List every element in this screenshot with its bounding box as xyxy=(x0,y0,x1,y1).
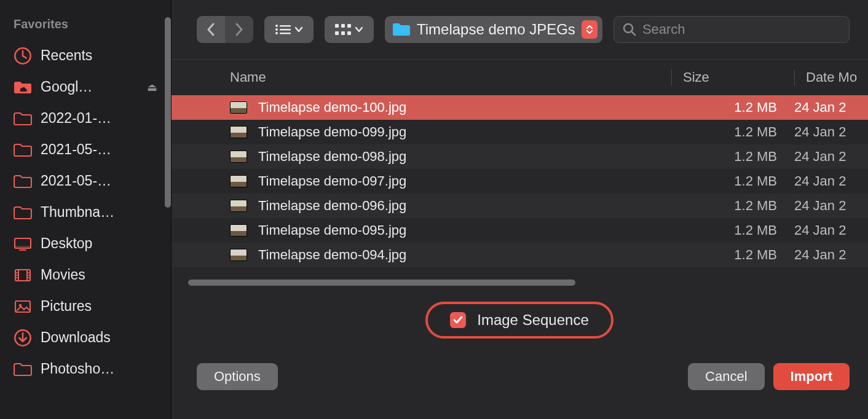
sidebar-item[interactable]: Movies xyxy=(0,259,171,291)
check-icon xyxy=(453,316,463,324)
view-mode-button[interactable] xyxy=(264,16,314,43)
sidebar-item[interactable]: Desktop xyxy=(0,228,171,259)
file-list: Timelapse demo-100.jpg1.2 MB24 Jan 2Time… xyxy=(171,95,868,267)
column-header-size[interactable]: Size xyxy=(671,69,794,85)
file-name: Timelapse demo-100.jpg xyxy=(252,100,671,116)
image-sequence-highlight: Image Sequence xyxy=(425,302,613,339)
file-date: 24 Jan 2 xyxy=(794,173,868,189)
svg-rect-19 xyxy=(280,29,291,30)
file-size: 1.2 MB xyxy=(671,149,794,165)
file-row[interactable]: Timelapse demo-099.jpg1.2 MB24 Jan 2 xyxy=(171,120,868,144)
forward-button[interactable] xyxy=(225,16,253,43)
eject-icon[interactable]: ⏏ xyxy=(147,80,157,94)
import-button[interactable]: Import xyxy=(773,363,850,390)
file-name: Timelapse demo-097.jpg xyxy=(252,173,671,189)
film-icon xyxy=(14,267,32,283)
svg-rect-21 xyxy=(280,33,291,34)
file-row[interactable]: Timelapse demo-100.jpg1.2 MB24 Jan 2 xyxy=(171,95,868,120)
sidebar-item-label: Pictures xyxy=(41,298,157,315)
sidebar-item-label: Googl… xyxy=(41,79,138,95)
sidebar-item[interactable]: 2022-01-… xyxy=(0,103,171,134)
file-date: 24 Jan 2 xyxy=(794,124,868,140)
desktop-icon xyxy=(14,236,32,252)
vertical-divider xyxy=(171,0,172,419)
sidebar-item-label: 2022-01-… xyxy=(41,110,157,127)
group-mode-button[interactable] xyxy=(325,16,374,43)
file-size: 1.2 MB xyxy=(671,222,794,238)
download-icon xyxy=(14,330,32,346)
svg-rect-25 xyxy=(335,31,339,35)
search-placeholder: Search xyxy=(642,22,685,37)
sidebar-item-label: Thumbna… xyxy=(41,204,157,221)
column-headers: Name Size Date Mo xyxy=(171,59,868,95)
image-sequence-row: Image Sequence xyxy=(171,286,868,345)
folder-icon xyxy=(14,173,32,189)
cancel-label: Cancel xyxy=(705,369,747,385)
sidebar-item[interactable]: 2021-05-… xyxy=(0,134,171,165)
folder-icon xyxy=(14,205,32,221)
sidebar-item-label: Recents xyxy=(41,47,157,64)
sidebar-item-label: 2021-05-… xyxy=(41,173,157,189)
sidebar-heading-favorites: Favorites xyxy=(0,14,171,40)
back-button[interactable] xyxy=(197,16,225,43)
search-icon xyxy=(623,23,636,36)
file-size: 1.2 MB xyxy=(671,247,794,263)
column-header-name[interactable]: Name xyxy=(230,69,671,85)
footer: Options Cancel Import xyxy=(171,345,868,404)
image-sequence-label: Image Sequence xyxy=(477,311,588,329)
sidebar-item[interactable]: Pictures xyxy=(0,291,171,322)
cloud-folder-icon xyxy=(14,79,32,95)
file-name: Timelapse demo-099.jpg xyxy=(252,124,671,140)
file-row[interactable]: Timelapse demo-096.jpg1.2 MB24 Jan 2 xyxy=(171,194,868,218)
file-row[interactable]: Timelapse demo-098.jpg1.2 MB24 Jan 2 xyxy=(171,144,868,169)
path-stepper[interactable] xyxy=(582,20,598,39)
picture-icon xyxy=(14,299,32,315)
svg-line-29 xyxy=(631,32,635,36)
sidebar-item[interactable]: Googl…⏏ xyxy=(0,71,171,103)
path-popup[interactable]: Timelapse demo JPEGs xyxy=(385,16,602,43)
sidebar-item-label: Downloads xyxy=(41,329,157,346)
main-panel: Timelapse demo JPEGs Search Name Size Da… xyxy=(171,0,868,419)
cancel-button[interactable]: Cancel xyxy=(688,363,764,390)
chevron-left-icon xyxy=(207,23,215,36)
sidebar-item[interactable]: Downloads xyxy=(0,322,171,353)
file-row[interactable]: Timelapse demo-095.jpg1.2 MB24 Jan 2 xyxy=(171,218,868,243)
nav-segment xyxy=(197,16,253,43)
grid-group-icon xyxy=(335,24,351,35)
import-label: Import xyxy=(791,369,832,385)
svg-rect-23 xyxy=(341,24,345,28)
sidebar-item[interactable]: Photosho… xyxy=(0,353,171,385)
chevron-up-icon xyxy=(586,25,593,29)
sidebar-item[interactable]: Thumbna… xyxy=(0,197,171,228)
horizontal-scrollbar-track[interactable] xyxy=(188,280,851,286)
folder-icon xyxy=(14,142,32,158)
image-sequence-checkbox[interactable] xyxy=(450,312,466,328)
clock-icon xyxy=(14,48,32,64)
chevron-down-icon xyxy=(355,26,363,33)
file-size: 1.2 MB xyxy=(671,173,794,189)
sidebar-item-label: Movies xyxy=(41,267,157,283)
sidebar-scrollbar[interactable] xyxy=(165,17,171,208)
horizontal-scrollbar-thumb[interactable] xyxy=(188,280,575,286)
file-row[interactable]: Timelapse demo-097.jpg1.2 MB24 Jan 2 xyxy=(171,169,868,194)
chevron-right-icon xyxy=(235,23,243,36)
image-thumbnail-icon xyxy=(230,126,247,138)
options-button[interactable]: Options xyxy=(197,363,278,390)
image-thumbnail-icon xyxy=(230,101,247,114)
sidebar-item[interactable]: Recents xyxy=(0,40,171,71)
file-row[interactable]: Timelapse demo-094.jpg1.2 MB24 Jan 2 xyxy=(171,243,868,267)
options-label: Options xyxy=(214,369,261,385)
folder-icon xyxy=(392,23,411,36)
sidebar-item-label: Photosho… xyxy=(41,361,157,377)
sidebar-item[interactable]: 2021-05-… xyxy=(0,165,171,197)
file-name: Timelapse demo-095.jpg xyxy=(252,222,671,238)
column-header-date[interactable]: Date Mo xyxy=(794,69,868,85)
file-size: 1.2 MB xyxy=(671,100,794,116)
chevron-down-icon xyxy=(586,29,593,34)
svg-rect-17 xyxy=(280,25,291,26)
file-date: 24 Jan 2 xyxy=(794,222,868,238)
file-date: 24 Jan 2 xyxy=(794,198,868,214)
image-thumbnail-icon xyxy=(230,151,247,163)
search-input[interactable]: Search xyxy=(614,16,850,43)
svg-rect-2 xyxy=(15,246,31,248)
